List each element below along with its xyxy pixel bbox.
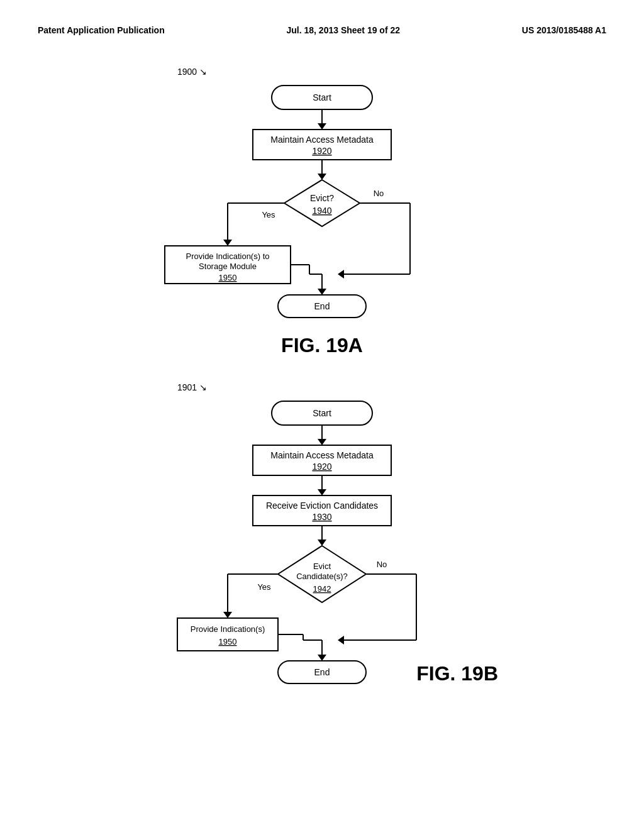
svg-text:End: End bbox=[314, 667, 330, 677]
svg-text:Start: Start bbox=[313, 92, 331, 102]
header-center: Jul. 18, 2013 Sheet 19 of 22 bbox=[287, 25, 401, 35]
svg-text:1920: 1920 bbox=[312, 146, 331, 156]
page: Patent Application Publication Jul. 18, … bbox=[0, 0, 644, 830]
svg-text:Yes: Yes bbox=[257, 582, 271, 592]
svg-text:Storage Module: Storage Module bbox=[199, 262, 257, 271]
svg-text:End: End bbox=[314, 301, 330, 311]
svg-marker-35 bbox=[318, 439, 326, 445]
svg-text:1920: 1920 bbox=[312, 462, 331, 472]
svg-text:No: No bbox=[374, 189, 384, 198]
svg-text:1930: 1930 bbox=[312, 512, 331, 522]
header-right: US 2013/0185488 A1 bbox=[522, 25, 606, 35]
label-1901: 1901 ↘ bbox=[177, 382, 207, 392]
svg-marker-20 bbox=[338, 270, 344, 279]
svg-text:Provide Indication(s): Provide Indication(s) bbox=[191, 624, 265, 634]
svg-marker-8 bbox=[318, 174, 326, 180]
svg-marker-9 bbox=[284, 180, 360, 226]
svg-text:Maintain Access Metadata: Maintain Access Metadata bbox=[270, 135, 374, 145]
fig19a-svg: Start Maintain Access Metadata 1920 Evic… bbox=[146, 60, 498, 324]
svg-text:1950: 1950 bbox=[219, 637, 237, 646]
patent-header: Patent Application Publication Jul. 18, … bbox=[38, 25, 606, 35]
svg-text:1950: 1950 bbox=[219, 273, 237, 282]
svg-text:Evict: Evict bbox=[313, 562, 331, 571]
svg-marker-3 bbox=[318, 123, 326, 130]
svg-text:Yes: Yes bbox=[262, 210, 275, 219]
svg-marker-16 bbox=[223, 240, 232, 246]
svg-text:Maintain Access Metadata: Maintain Access Metadata bbox=[270, 450, 374, 460]
svg-marker-29 bbox=[318, 289, 326, 295]
svg-text:Provide Indication(s) to: Provide Indication(s) to bbox=[186, 252, 270, 261]
svg-text:Evict?: Evict? bbox=[310, 193, 334, 203]
label-1900: 1900 ↘ bbox=[177, 67, 207, 77]
header-left: Patent Application Publication bbox=[38, 25, 165, 35]
fig19b-section: 1901 ↘ Start Maintain Access Metadata 19… bbox=[38, 376, 606, 717]
svg-marker-40 bbox=[318, 489, 326, 495]
svg-text:No: No bbox=[377, 560, 387, 569]
svg-text:1940: 1940 bbox=[312, 206, 331, 216]
svg-text:Start: Start bbox=[313, 408, 331, 418]
fig19a-label: FIG. 19A bbox=[281, 334, 363, 357]
fig19a-section: 1900 ↘ Start Maintain Access Metadata 19… bbox=[38, 60, 606, 376]
fig19b-svg: Start Maintain Access Metadata 1920 Rece… bbox=[146, 376, 498, 684]
svg-marker-66 bbox=[318, 655, 326, 661]
svg-text:Receive Eviction Candidates: Receive Eviction Candidates bbox=[266, 501, 378, 511]
svg-marker-54 bbox=[223, 612, 232, 618]
svg-marker-58 bbox=[338, 636, 344, 645]
svg-text:1942: 1942 bbox=[313, 584, 331, 594]
svg-text:Candidate(s)?: Candidate(s)? bbox=[296, 572, 348, 581]
svg-marker-45 bbox=[318, 540, 326, 546]
